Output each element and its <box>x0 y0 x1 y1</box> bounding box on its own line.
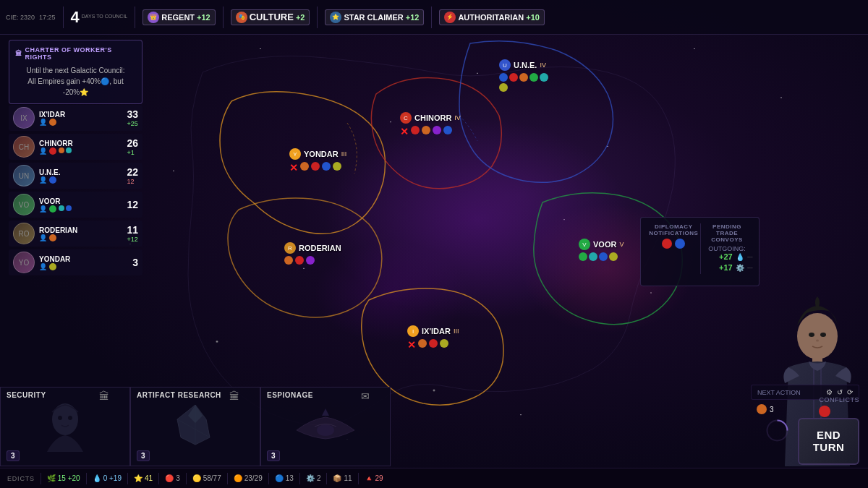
diplomacy-notifications[interactable]: DIPLOMACY NOTIFICATIONS <box>647 223 700 274</box>
svg-point-8 <box>68 416 72 420</box>
leader-row-ixidar[interactable]: IX IX'IDAR 👤 33 +25 <box>9 105 142 131</box>
security-count: 3 <box>7 450 20 461</box>
status-div-3 <box>127 473 128 484</box>
authoritarian-icon: ⚡ <box>444 12 456 23</box>
svg-point-3 <box>816 340 819 342</box>
avatar-ixidar: IX <box>13 107 35 129</box>
status-div-5 <box>186 473 187 484</box>
artifact-image <box>131 388 260 466</box>
avatar-voor: VO <box>13 194 35 215</box>
status-item-10: 🔺 29 <box>365 474 383 482</box>
status-item-1: 🌿 15 +20 <box>47 474 80 482</box>
top-bar: CIE: 2320 17:25 4 DAYS TO COUNCIL 👑 REGE… <box>0 0 868 35</box>
leader-row-yondar[interactable]: YO YONDAR 👤 3 <box>9 249 142 275</box>
status-item-3: ⭐ 41 <box>134 474 153 482</box>
end-turn-label: ENDTURN <box>813 429 845 453</box>
diplomacy-header: DIPLOMACY NOTIFICATIONS PENDING TRADE CO… <box>647 223 753 274</box>
status-div-7 <box>268 473 269 484</box>
status-div-6 <box>227 473 228 484</box>
culture-icon: 🎭 <box>236 12 247 23</box>
status-div-8 <box>299 473 300 484</box>
divider-1 <box>63 7 64 28</box>
leader-row-roderian[interactable]: RO RODERIAN 👤 11 +12 <box>9 221 142 247</box>
starclaimer-icon: ⭐ <box>330 12 341 23</box>
status-item-2: 💧 0 +19 <box>93 474 122 482</box>
trade-row-2: +17 ⚙️ ··· <box>701 263 753 272</box>
divider-4 <box>317 7 318 28</box>
status-item-5: 🟡 58/77 <box>192 474 221 482</box>
security-label: SECURITY <box>7 391 46 399</box>
charter-panel: 🏛 CHARTER OF WORKER'S RIGHTS Until the n… <box>9 40 142 104</box>
pending-trade[interactable]: PENDING TRADE CONVOYS OUTGOING: +27 💧 ··… <box>701 223 753 274</box>
status-item-7: 🔵 13 <box>275 474 294 482</box>
conflicts-icon[interactable] <box>819 406 830 417</box>
edict-label: EDICTS <box>7 475 35 482</box>
status-bar: EDICTS 🌿 15 +20 💧 0 +19 ⭐ 41 🔴 3 🟡 58/77… <box>0 468 868 488</box>
svg-point-2 <box>820 333 826 337</box>
regent-icon: 👑 <box>148 12 159 23</box>
regent-badge[interactable]: 👑 REGENT +12 <box>142 9 216 25</box>
status-div-4 <box>158 473 159 484</box>
diplomacy-panel: DIPLOMACY NOTIFICATIONS PENDING TRADE CO… <box>640 217 760 286</box>
espionage-count: 3 <box>267 450 280 461</box>
leaderboard: IX IX'IDAR 👤 33 +25 CH CHINORR 👤 <box>9 105 142 278</box>
charter-body: Until the next Galactic Council: All Emp… <box>15 65 136 98</box>
status-div-1 <box>41 473 41 484</box>
end-turn-button[interactable]: ENDTURN <box>798 418 859 465</box>
espionage-icon: ✉ <box>361 390 370 402</box>
espionage-panel[interactable]: ESPIONAGE ✉ 3 <box>260 387 391 466</box>
artifact-icon: 🏛 <box>229 390 239 402</box>
charter-title: 🏛 CHARTER OF WORKER'S RIGHTS <box>15 46 136 61</box>
leader-row-une[interactable]: UN U.N.E. 👤 22 12 <box>9 163 142 189</box>
trade-row-1: +27 💧 ··· <box>701 252 753 261</box>
security-image <box>1 388 129 466</box>
svg-point-13 <box>317 424 334 436</box>
artifact-label: ARTIFACT RESEARCH <box>137 391 221 399</box>
authoritarian-badge[interactable]: ⚡ AUTHORITARIAN +10 <box>439 9 545 25</box>
cie-stat: CIE: 2320 17:25 <box>6 13 56 21</box>
avatar-yondar: YO <box>13 252 35 273</box>
divider-3 <box>223 7 224 28</box>
divider-2 <box>135 7 135 28</box>
status-item-4: 🔴 3 <box>165 474 180 482</box>
bottom-panels: SECURITY 🏛 3 ARTIFACT RESEARCH 🏛 <box>0 387 391 466</box>
avatar-roderian: RO <box>13 223 35 244</box>
avatar-une: UN <box>13 165 35 187</box>
leader-row-voor[interactable]: VO VOOR 👤 12 <box>9 192 142 218</box>
svg-point-7 <box>58 416 62 420</box>
turns-stat: 4 DAYS TO COUNCIL <box>71 9 128 25</box>
status-item-8: ⚙️ 2 <box>306 474 321 482</box>
svg-point-0 <box>797 313 838 359</box>
artifact-count: 3 <box>137 450 150 461</box>
artifact-research-panel[interactable]: ARTIFACT RESEARCH 🏛 3 <box>130 387 260 466</box>
status-div-9 <box>326 473 327 484</box>
status-div-2 <box>86 473 87 484</box>
conflicts-bar: CONFLICTS <box>819 396 859 417</box>
starclaimer-badge[interactable]: ⭐ STAR CLAIMER +12 <box>325 9 424 25</box>
culture-badge[interactable]: 🎭 CULTURE +2 <box>231 9 310 25</box>
avatar-chinorr: CH <box>13 136 35 158</box>
leader-row-chinorr[interactable]: CH CHINORR 👤 26 +1 <box>9 134 142 160</box>
security-icon: 🏛 <box>99 390 109 402</box>
status-item-6: 🟠 23/29 <box>234 474 263 482</box>
svg-point-1 <box>809 333 814 337</box>
spinner-decoration <box>765 418 790 446</box>
status-item-9: 📦 11 <box>333 474 352 482</box>
status-div-10 <box>358 473 359 484</box>
espionage-label: ESPIONAGE <box>267 391 313 399</box>
security-panel[interactable]: SECURITY 🏛 3 <box>0 387 130 466</box>
divider-5 <box>431 7 432 28</box>
espionage-image <box>261 388 390 466</box>
